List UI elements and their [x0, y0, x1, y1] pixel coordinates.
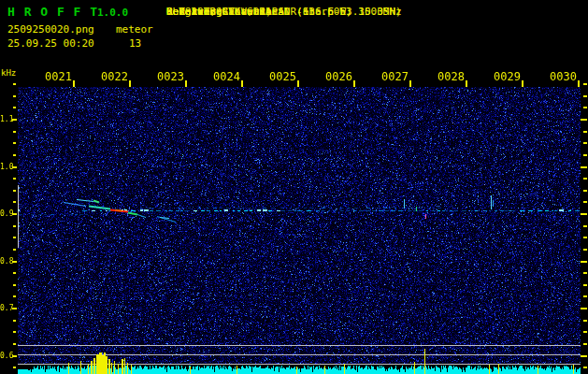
freq-tick-minor — [13, 320, 16, 322]
output-filename: 2509250020.png — [7, 23, 94, 36]
freq-tick-minor — [13, 201, 16, 203]
freq-tick-major — [581, 213, 587, 215]
freq-tick-minor — [583, 237, 587, 238]
freq-label: 0.8 — [0, 257, 12, 266]
echo-count: 13 — [129, 37, 141, 50]
freq-tick-minor — [13, 237, 16, 238]
time-label: 0021 — [45, 70, 72, 83]
freq-tick-minor — [583, 343, 587, 345]
time-label: 0029 — [494, 70, 521, 83]
freq-tick-minor — [13, 295, 16, 297]
app-title: H R O F F T — [7, 5, 98, 19]
freq-tick-minor — [13, 331, 16, 333]
observation-datetime: 25.09.25 00:20 — [7, 37, 94, 50]
freq-tick-minor — [583, 367, 587, 368]
freq-tick-minor — [13, 131, 16, 133]
freq-label: 0.9 — [0, 209, 12, 218]
freq-tick-minor — [583, 131, 587, 133]
freq-tick-major — [581, 261, 587, 263]
freq-tick-major — [581, 355, 587, 357]
freq-tick-major — [581, 119, 587, 121]
hrofft-output-image: H R O F F T 1.0.0 2509250020.png meteor … — [0, 0, 588, 374]
freq-tick-minor — [583, 142, 587, 144]
freq-tick-minor — [583, 272, 587, 274]
freq-tick-minor — [583, 178, 587, 180]
freq-tick-minor — [13, 95, 16, 97]
freq-axis-unit-label: kHz — [1, 68, 16, 78]
freq-tick-minor — [13, 83, 16, 85]
freq-label: 1.0 — [0, 163, 12, 171]
freq-tick-minor — [583, 320, 587, 322]
mode-label: meteor — [116, 23, 153, 36]
time-label: 0030 — [550, 70, 577, 83]
freq-tick-minor — [583, 154, 587, 156]
freq-tick-minor — [13, 367, 16, 368]
time-label: 0027 — [381, 70, 409, 83]
freq-tick-minor — [13, 107, 16, 108]
freq-tick-minor — [583, 284, 587, 286]
app-version: 1.0.0 — [97, 7, 128, 19]
time-label: 0026 — [325, 70, 352, 83]
freq-tick-minor — [13, 154, 16, 156]
time-label: 0024 — [213, 70, 240, 83]
freq-tick-minor — [583, 95, 587, 97]
time-label: 0028 — [437, 70, 465, 83]
time-label: 0023 — [157, 70, 184, 83]
freq-tick-minor — [13, 249, 16, 251]
freq-tick-minor — [13, 142, 16, 144]
info-value: : 2el-HB9CV Vertical (el. E-W) — [166, 6, 352, 18]
freq-tick-major — [581, 308, 587, 309]
freq-label: 0.7 — [0, 304, 12, 312]
freq-label: 0.6 — [0, 352, 12, 360]
freq-tick-minor — [13, 190, 16, 192]
freq-tick-minor — [13, 225, 16, 227]
freq-tick-minor — [13, 284, 16, 286]
freq-label: 1.1 — [0, 115, 12, 123]
spectrogram-canvas — [18, 79, 581, 374]
freq-tick-minor — [13, 272, 16, 274]
freq-tick-minor — [583, 249, 587, 251]
freq-tick-major — [581, 166, 587, 168]
time-label: 0025 — [269, 70, 296, 83]
freq-tick-minor — [583, 83, 587, 85]
freq-tick-minor — [13, 343, 16, 345]
time-label: 0022 — [101, 70, 128, 83]
freq-tick-minor — [583, 107, 587, 108]
freq-tick-minor — [13, 178, 16, 180]
freq-tick-minor — [583, 331, 587, 333]
freq-tick-minor — [583, 295, 587, 297]
freq-tick-minor — [583, 201, 587, 203]
freq-tick-minor — [583, 225, 587, 227]
freq-tick-minor — [583, 190, 587, 192]
